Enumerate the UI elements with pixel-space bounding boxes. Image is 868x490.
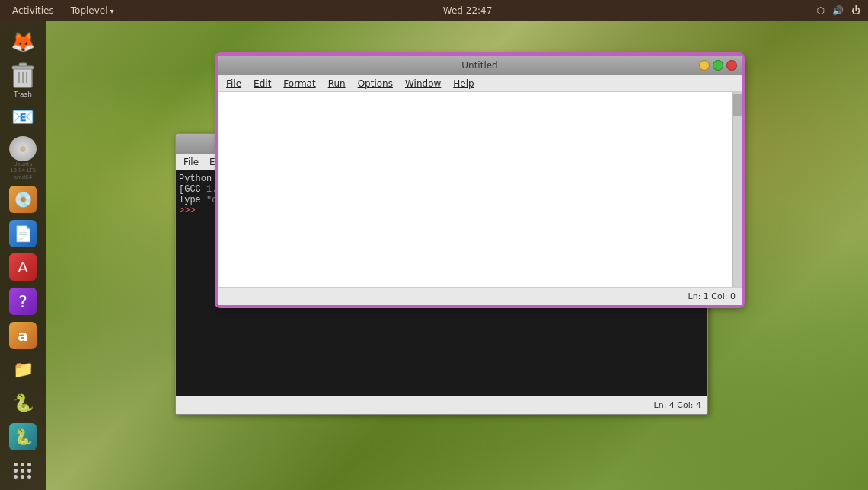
disk-icon: 💿	[9, 186, 37, 213]
sidebar-item-libreoffice[interactable]: 📄	[5, 219, 41, 249]
close-button[interactable]	[726, 60, 737, 71]
editor-menu-edit[interactable]: Edit	[248, 77, 276, 91]
help-icon: ?	[9, 288, 37, 315]
activities-button[interactable]: Activities	[6, 4, 60, 18]
sidebar-item-grid[interactable]	[5, 456, 41, 485]
sidebar-item-amazon[interactable]: a	[5, 320, 41, 350]
sidebar-item-files[interactable]: 📁	[5, 355, 41, 384]
desktop: Activities Toplevel Wed 22:47 ⬡ 🔊 ⏻ 🦊	[0, 0, 868, 490]
window-controls	[699, 60, 737, 71]
editor-menu-run[interactable]: Run	[323, 77, 351, 91]
editor-menu-file[interactable]: File	[221, 77, 247, 91]
sidebar-item-help[interactable]: ?	[5, 287, 41, 317]
idle-editor-title: Untitled	[263, 60, 696, 71]
shell-menu-file[interactable]: File	[179, 155, 203, 169]
editor-area	[218, 92, 742, 287]
sidebar-item-python[interactable]: 🐍	[5, 422, 41, 452]
sidebar-item-dvd[interactable]: Ubuntu18.04 LTSamd64	[5, 136, 41, 180]
amazon-icon: a	[9, 322, 37, 349]
sidebar-item-firefox[interactable]: 🦊	[5, 27, 41, 57]
editor-menu-format[interactable]: Format	[278, 77, 321, 91]
network-icon[interactable]: ⬡	[817, 5, 825, 16]
panel-clock: Wed 22:47	[119, 5, 817, 16]
power-icon[interactable]: ⏻	[851, 5, 860, 16]
python-file-icon: 🐍	[9, 390, 37, 417]
trash-icon	[11, 62, 35, 89]
shell-status-text: Ln: 4 Col: 4	[654, 400, 701, 410]
editor-menu-window[interactable]: Window	[400, 77, 446, 91]
scrollbar-thumb[interactable]	[733, 94, 742, 116]
editor-status-text: Ln: 1 Col: 0	[688, 291, 736, 301]
svg-rect-2	[19, 63, 27, 66]
sidebar-item-python-file[interactable]: 🐍	[5, 388, 41, 418]
idle-editor-menubar[interactable]: File Edit Format Run Options Window Help	[218, 75, 742, 92]
ubuntu-label: Ubuntu18.04 LTSamd64	[10, 161, 36, 180]
volume-icon[interactable]: 🔊	[832, 5, 844, 16]
idle-editor-window[interactable]: Untitled File Edit Format Run Options Wi…	[217, 55, 742, 306]
sidebar-item-appstore[interactable]: A	[5, 253, 41, 282]
sidebar-item-thunderbird[interactable]: 📧	[5, 103, 41, 132]
toplevel-menu[interactable]: Toplevel	[66, 4, 119, 18]
sidebar-dock: 🦊 Trash 📧 Ubuntu18.04 LTSamd64 💿	[0, 21, 46, 490]
files-icon: 📁	[9, 355, 37, 383]
sidebar-item-disk[interactable]: 💿	[5, 185, 41, 215]
trash-label: Trash	[14, 91, 32, 98]
minimize-button[interactable]	[699, 60, 710, 71]
editor-textarea[interactable]	[218, 92, 732, 287]
idle-editor-statusbar: Ln: 1 Col: 0	[218, 287, 742, 305]
sidebar-item-trash[interactable]: Trash	[5, 62, 41, 98]
maximize-button[interactable]	[713, 60, 723, 71]
grid-icon	[14, 463, 32, 479]
dvd-icon	[9, 136, 37, 161]
top-panel: Activities Toplevel Wed 22:47 ⬡ 🔊 ⏻	[0, 0, 868, 21]
idle-editor-titlebar: Untitled	[218, 56, 742, 75]
editor-scrollbar[interactable]	[732, 92, 742, 287]
libreoffice-icon: 📄	[9, 220, 37, 247]
python-icon: 🐍	[9, 423, 37, 450]
editor-menu-options[interactable]: Options	[353, 77, 398, 91]
idle-shell-statusbar: Ln: 4 Col: 4	[176, 396, 707, 414]
appstore-icon: A	[9, 253, 37, 281]
editor-menu-help[interactable]: Help	[448, 77, 479, 91]
svg-rect-1	[12, 66, 34, 69]
